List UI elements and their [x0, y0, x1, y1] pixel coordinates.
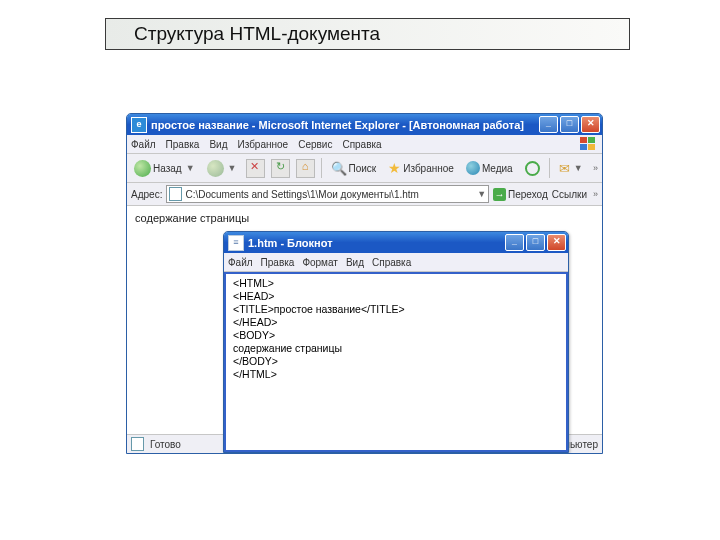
favorites-label: Избранное	[403, 163, 454, 174]
address-value: C:\Documents and Settings\1\Мои документ…	[185, 189, 419, 200]
forward-arrow-icon	[207, 160, 224, 177]
notepad-textarea[interactable]: <HTML> <HEAD> <TITLE>простое название</T…	[224, 272, 568, 452]
notepad-titlebar: ≡ 1.htm - Блокнот _ □ ✕	[224, 232, 568, 253]
chevron-down-icon: ▼	[228, 163, 237, 173]
ie-window: e простое название - Microsoft Internet …	[126, 113, 603, 454]
windows-logo-icon	[580, 137, 598, 151]
maximize-button[interactable]: □	[526, 234, 545, 251]
menu-file[interactable]: Файл	[131, 139, 156, 150]
close-button[interactable]: ✕	[547, 234, 566, 251]
document-icon	[131, 437, 144, 451]
code-line: <TITLE>простое название</TITLE>	[233, 303, 559, 316]
favorites-button[interactable]: ★ Избранное	[385, 159, 457, 177]
menu-view[interactable]: Вид	[209, 139, 227, 150]
search-icon: 🔍	[331, 161, 347, 176]
ie-icon: e	[131, 117, 147, 133]
chevron-down-icon: ▼	[186, 163, 195, 173]
address-dropdown-icon[interactable]: ▼	[477, 189, 486, 199]
address-label: Адрес:	[131, 189, 162, 200]
menu-help[interactable]: Справка	[372, 257, 411, 268]
ie-title: простое название - Microsoft Internet Ex…	[151, 119, 537, 131]
notepad-title: 1.htm - Блокнот	[248, 237, 503, 249]
overflow-icon[interactable]: »	[593, 163, 598, 173]
mail-button[interactable]: ✉ ▼	[556, 160, 586, 177]
history-icon	[525, 161, 540, 176]
menu-edit[interactable]: Правка	[166, 139, 200, 150]
ie-titlebar: e простое название - Microsoft Internet …	[127, 114, 602, 135]
ie-toolbar: Назад ▼ ▼ ↻ ⌂ 🔍 Поиск ★ Избранное Медиа	[127, 154, 602, 183]
go-button[interactable]: → Переход	[493, 188, 548, 201]
forward-button[interactable]: ▼	[204, 159, 240, 178]
search-button[interactable]: 🔍 Поиск	[328, 160, 380, 177]
menu-favorites[interactable]: Избранное	[237, 139, 288, 150]
minimize-button[interactable]: _	[539, 116, 558, 133]
media-icon	[466, 161, 480, 175]
media-button[interactable]: Медиа	[463, 160, 516, 176]
ie-menubar: Файл Правка Вид Избранное Сервис Справка	[127, 135, 602, 154]
ie-viewport: содержание страницы ≡ 1.htm - Блокнот _ …	[127, 206, 602, 434]
slide-title: Структура HTML-документа	[134, 23, 380, 45]
go-label: Переход	[508, 189, 548, 200]
overflow-icon[interactable]: »	[593, 189, 598, 199]
media-label: Медиа	[482, 163, 513, 174]
star-icon: ★	[388, 160, 401, 176]
menu-tools[interactable]: Сервис	[298, 139, 332, 150]
menu-view[interactable]: Вид	[346, 257, 364, 268]
toolbar-separator	[321, 158, 322, 178]
stop-button[interactable]	[246, 159, 265, 178]
code-line: </BODY>	[233, 355, 559, 368]
code-line: </HTML>	[233, 368, 559, 381]
notepad-menubar: Файл Правка Формат Вид Справка	[224, 253, 568, 272]
maximize-button[interactable]: □	[560, 116, 579, 133]
slide-header: Структура HTML-документа	[105, 18, 630, 50]
menu-help[interactable]: Справка	[342, 139, 381, 150]
page-body-text: содержание страницы	[135, 212, 594, 224]
chevron-down-icon: ▼	[574, 163, 583, 173]
notepad-icon: ≡	[228, 235, 244, 251]
document-icon	[169, 187, 182, 201]
code-line: <HEAD>	[233, 290, 559, 303]
address-input[interactable]: C:\Documents and Settings\1\Мои документ…	[166, 185, 489, 203]
search-label: Поиск	[349, 163, 377, 174]
menu-format[interactable]: Формат	[302, 257, 338, 268]
code-line: <BODY>	[233, 329, 559, 342]
refresh-button[interactable]: ↻	[271, 159, 290, 178]
back-label: Назад	[153, 163, 182, 174]
code-line: </HEAD>	[233, 316, 559, 329]
status-ready: Готово	[150, 439, 181, 450]
screenshot-area: e простое название - Microsoft Internet …	[126, 113, 601, 454]
code-line: <HTML>	[233, 277, 559, 290]
code-line: содержание страницы	[233, 342, 559, 355]
back-arrow-icon	[134, 160, 151, 177]
menu-edit[interactable]: Правка	[261, 257, 295, 268]
toolbar-separator	[549, 158, 550, 178]
menu-file[interactable]: Файл	[228, 257, 253, 268]
home-button[interactable]: ⌂	[296, 159, 315, 178]
ie-addressbar: Адрес: C:\Documents and Settings\1\Мои д…	[127, 183, 602, 206]
minimize-button[interactable]: _	[505, 234, 524, 251]
mail-icon: ✉	[559, 161, 570, 176]
close-button[interactable]: ✕	[581, 116, 600, 133]
links-label[interactable]: Ссылки	[552, 189, 587, 200]
notepad-window: ≡ 1.htm - Блокнот _ □ ✕ Файл Правка Форм…	[223, 231, 569, 453]
history-button[interactable]	[522, 160, 543, 177]
go-arrow-icon: →	[493, 188, 506, 201]
back-button[interactable]: Назад ▼	[131, 159, 198, 178]
